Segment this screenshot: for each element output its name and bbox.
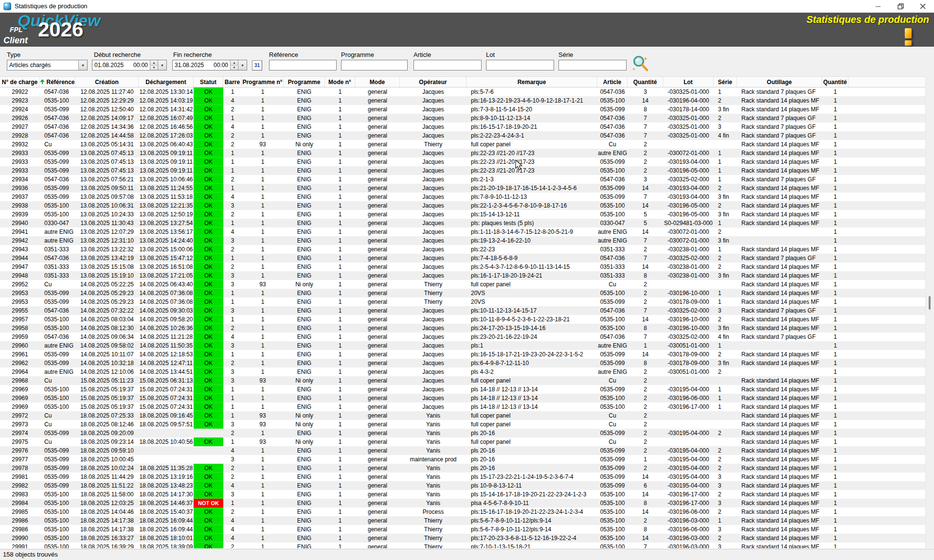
- programme-input[interactable]: [341, 60, 408, 70]
- table-row[interactable]: 299440547-03613.08.2025 13:42:1913.08.20…: [0, 254, 926, 262]
- table-row[interactable]: 29968Cu15.08.2025 05:11:2315.08.2025 06:…: [0, 376, 926, 385]
- table-row[interactable]: 299530535-09914.08.2025 05:29:2314.08.20…: [0, 289, 926, 298]
- column-header-cr-ation[interactable]: Création: [75, 77, 139, 87]
- cell: -030178-14-000: [663, 105, 714, 114]
- table-row[interactable]: 299900535-10018.08.2025 16:33:2718.08.20…: [0, 534, 926, 542]
- table-row[interactable]: 299580535-10014.08.2025 08:12:3014.08.20…: [0, 324, 926, 332]
- table-row[interactable]: 29964autre ENIG14.08.2025 12:10:0614.08.…: [0, 368, 926, 376]
- table-row[interactable]: 299380535-10013.08.2025 10:06:3113.08.20…: [0, 201, 926, 210]
- table-row[interactable]: 299860535-10018.08.2025 14:17:3818.08.20…: [0, 516, 926, 525]
- cell: 0535-100: [597, 542, 628, 548]
- column-header-mode[interactable]: Mode: [355, 77, 400, 87]
- column-header-r-f-rence[interactable]: Référence: [40, 77, 75, 87]
- column-header-d-chargement[interactable]: Déchargement: [139, 77, 194, 87]
- magnifier-icon[interactable]: [631, 55, 650, 73]
- table-row[interactable]: 299830535-10018.08.2025 11:58:0018.08.20…: [0, 490, 926, 499]
- column-header-mode-n[interactable]: Mode n°: [325, 77, 355, 87]
- time-spinner[interactable]: ▲▼: [150, 60, 158, 70]
- table-row[interactable]: 299690535-10015.08.2025 05:19:3715.08.20…: [0, 394, 926, 402]
- article-input[interactable]: [413, 60, 482, 70]
- table-row[interactable]: 299530535-09914.08.2025 05:29:2314.08.20…: [0, 298, 926, 306]
- minimize-button[interactable]: [867, 0, 889, 13]
- column-header-programme-n[interactable]: Programme n°: [242, 77, 284, 87]
- close-button[interactable]: [912, 0, 934, 13]
- lot-input[interactable]: [486, 60, 554, 70]
- table-row[interactable]: 29975Cu18.08.2025 09:23:1418.08.2025 10:…: [0, 438, 926, 446]
- serie-input[interactable]: [558, 60, 627, 70]
- column-header-op-rateur[interactable]: Opérateur: [400, 77, 467, 87]
- table-row[interactable]: 299690535-10015.08.2025 05:19:3715.08.20…: [0, 385, 926, 394]
- table-row[interactable]: 299850535-10018.08.2025 14:04:4618.08.20…: [0, 508, 926, 516]
- table-row[interactable]: 299360535-09913.08.2025 09:50:1113.08.20…: [0, 184, 926, 192]
- table-row[interactable]: 299910535-10018.08.2025 16:39:2918.08.20…: [0, 542, 926, 548]
- table-row[interactable]: 299820535-09918.08.2025 11:51:2218.08.20…: [0, 481, 926, 490]
- date-end-picker[interactable]: 31.08.2025 00:00 ▲▼ ▼: [172, 60, 247, 70]
- table-row[interactable]: 299480351-33313.08.2025 15:19:1013.08.20…: [0, 271, 926, 280]
- column-header-n-de-charge[interactable]: N° de charge: [0, 77, 40, 87]
- table-row[interactable]: 299470351-33313.08.2025 15:15:0813.08.20…: [0, 262, 926, 271]
- cell: full coper panel: [467, 411, 597, 420]
- table-row[interactable]: 299240535-09912.08.2025 12:50:4012.08.20…: [0, 105, 926, 114]
- column-header-statut[interactable]: Statut: [194, 77, 223, 87]
- table-row[interactable]: 299390535-10013.08.2025 10:24:3313.08.20…: [0, 210, 926, 219]
- scrollbar-thumb[interactable]: [929, 296, 931, 310]
- table-row[interactable]: 299270547-03612.08.2025 14:34:3612.08.20…: [0, 122, 926, 131]
- chevron-down-icon[interactable]: ▼: [238, 60, 247, 70]
- table-row[interactable]: 299340547-03613.08.2025 07:56:2113.08.20…: [0, 175, 926, 184]
- serie-label: Série: [558, 51, 573, 58]
- column-header-lot[interactable]: Lot: [663, 77, 714, 87]
- table-row[interactable]: 299690535-10015.08.2025 05:19:3715.08.20…: [0, 402, 926, 411]
- column-header-barre[interactable]: Barre: [223, 77, 242, 87]
- table-row[interactable]: 299260547-03612.08.2025 14:09:1712.08.20…: [0, 114, 926, 122]
- table-row[interactable]: 29952Cu14.08.2025 05:22:2514.08.2025 06:…: [0, 280, 926, 289]
- cell: 0547-036: [597, 332, 628, 341]
- table-row[interactable]: 299610535-09914.08.2025 10:11:0714.08.20…: [0, 350, 926, 359]
- chevron-down-icon[interactable]: ▼: [158, 60, 166, 70]
- chevron-down-icon[interactable]: ▼: [78, 60, 87, 70]
- cell: 29933: [0, 166, 40, 175]
- table-row[interactable]: 299570535-10014.08.2025 08:03:0414.08.20…: [0, 315, 926, 324]
- column-header-s-rie[interactable]: Série: [714, 77, 737, 87]
- table-row[interactable]: 299620535-09914.08.2025 10:32:1814.08.20…: [0, 359, 926, 368]
- table-row[interactable]: 299280547-03612.08.2025 14:44:5812.08.20…: [0, 131, 926, 140]
- date-start-picker[interactable]: 01.08.2025 00:00 ▲▼ ▼: [92, 60, 167, 70]
- table-row[interactable]: 299590547-03614.08.2025 09:06:3414.08.20…: [0, 332, 926, 341]
- table-row[interactable]: 29973Cu18.08.2025 08:12:4618.08.2025 09:…: [0, 420, 926, 429]
- column-header-article[interactable]: Article: [597, 77, 628, 87]
- table-row[interactable]: 299330535-09913.08.2025 07:45:1313.08.20…: [0, 166, 926, 175]
- restore-button[interactable]: [889, 0, 912, 13]
- table-row[interactable]: 29972Cu18.08.2025 07:25:3318.08.2025 09:…: [0, 411, 926, 420]
- table-row[interactable]: 29942autre ENIG13.08.2025 12:31:1013.08.…: [0, 236, 926, 245]
- table-row[interactable]: 29941autre ENIG13.08.2025 12:07:2913.08.…: [0, 228, 926, 236]
- column-header-outillage[interactable]: Outillage: [737, 77, 822, 87]
- table-row[interactable]: 299370535-09913.08.2025 09:57:0813.08.20…: [0, 192, 926, 201]
- table-row[interactable]: 299430351-33313.08.2025 13:22:3213.08.20…: [0, 245, 926, 254]
- cell: general: [355, 385, 400, 394]
- table-row[interactable]: 29960autre ENIG14.08.2025 09:58:0214.08.…: [0, 341, 926, 350]
- table-row[interactable]: 299810535-09918.08.2025 11:44:2918.08.20…: [0, 472, 926, 481]
- table-row[interactable]: 299760535-09918.08.2025 09:59:1041ENIG1g…: [0, 446, 926, 455]
- table-row[interactable]: 29932Cu13.08.2025 05:14:3113.08.2025 06:…: [0, 140, 926, 149]
- table-row[interactable]: 299400330-04713.08.2025 11:30:4313.08.20…: [0, 219, 926, 228]
- table-row[interactable]: 299220547-03612.08.2025 11:27:4012.08.20…: [0, 88, 926, 96]
- table-row[interactable]: 299840535-10018.08.2025 12:03:2518.08.20…: [0, 499, 926, 508]
- vertical-scrollbar[interactable]: [925, 76, 934, 548]
- cell: ENIG: [284, 359, 325, 368]
- table-row[interactable]: 299770535-09918.08.2025 10:00:4531ENIG1g…: [0, 455, 926, 464]
- calendar-31-icon[interactable]: 31: [252, 60, 262, 70]
- column-header-remarque[interactable]: Remarque: [467, 77, 597, 87]
- column-header-quantit[interactable]: Quantité: [628, 77, 663, 87]
- table-row[interactable]: 299230535-10012.08.2025 12:29:2912.08.20…: [0, 96, 926, 105]
- column-header-quantit[interactable]: Quantité: [822, 77, 848, 87]
- table-row[interactable]: 299550547-03614.08.2025 07:32:2214.08.20…: [0, 306, 926, 315]
- table-row[interactable]: 299780535-09918.08.2025 10:02:2418.08.20…: [0, 464, 926, 472]
- table-row[interactable]: 299860535-10018.08.2025 14:17:3818.08.20…: [0, 525, 926, 534]
- time-spinner[interactable]: ▲▼: [230, 60, 238, 70]
- reference-input[interactable]: [269, 60, 337, 70]
- table-row[interactable]: 299740535-09918.08.2025 09:20:0921ENIG1g…: [0, 429, 926, 438]
- column-header-programme[interactable]: Programme: [284, 77, 325, 87]
- table-row[interactable]: 299330535-09913.08.2025 07:45:1313.08.20…: [0, 158, 926, 166]
- type-select[interactable]: Articles chargés ▼: [7, 60, 88, 70]
- table-row[interactable]: 299330535-09913.08.2025 07:45:1313.08.20…: [0, 149, 926, 158]
- column-header-blank[interactable]: [848, 77, 926, 87]
